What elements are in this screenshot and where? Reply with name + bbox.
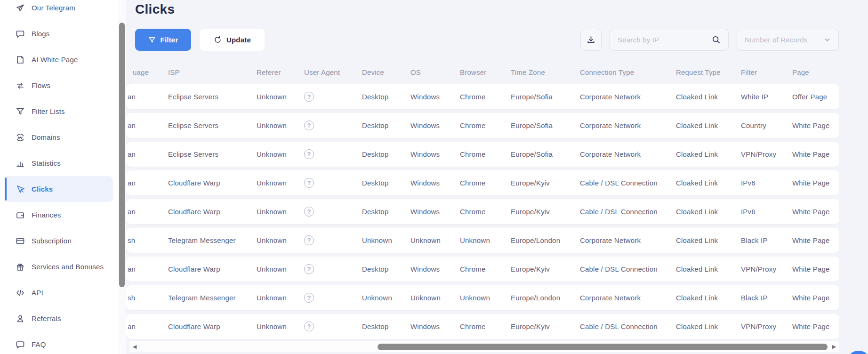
cell-browser: Chrome <box>460 150 511 158</box>
table-row[interactable]: anCloudflare WarpUnknown?DesktopWindowsC… <box>126 257 839 282</box>
table-row[interactable]: shTelegram MessengerUnknown?UnknownUnkno… <box>126 285 839 310</box>
sidebar-item-statistics[interactable]: Statistics <box>5 150 113 176</box>
user-agent-help-icon[interactable]: ? <box>304 293 314 303</box>
sidebar-item-domains[interactable]: Domains <box>5 124 113 150</box>
cell-connection-type: Corporate Network <box>580 294 676 302</box>
sidebar-item-flows[interactable]: Flows <box>5 72 113 98</box>
cell-device: Desktop <box>362 121 410 129</box>
cell-browser: Chrome <box>460 93 511 101</box>
table-row[interactable]: anEclipse ServersUnknown?DesktopWindowsC… <box>126 84 839 109</box>
search-icon[interactable] <box>712 35 721 44</box>
cell-time-zone: Europe/Sofia <box>511 121 580 129</box>
cell-filter: IPv6 <box>741 179 792 187</box>
sidebar-item-label: Blogs <box>32 30 50 38</box>
cell-request-type: Cloaked Link <box>676 265 741 273</box>
page-icon <box>16 55 25 64</box>
table-row[interactable]: anCloudflare WarpUnknown?DesktopWindowsC… <box>126 170 839 195</box>
sidebar-item-label: Statistics <box>32 159 61 167</box>
table-row[interactable]: anCloudflare WarpUnknown?DesktopWindowsC… <box>126 314 839 339</box>
cell-connection-type: Corporate Network <box>580 93 676 101</box>
cell-language: an <box>126 179 168 187</box>
page-title: Clicks <box>135 2 175 17</box>
cell-filter: Black IP <box>741 294 792 302</box>
sidebar-item-api[interactable]: API <box>5 280 113 306</box>
sidebar-item-faq[interactable]: FAQ <box>5 331 113 354</box>
sidebar-item-label: Our Telegram <box>32 4 75 12</box>
cell-time-zone: Europe/Kyiv <box>511 179 580 187</box>
cell-connection-type: Cable / DSL Connection <box>580 265 676 273</box>
sidebar-item-clicks[interactable]: Clicks <box>5 176 113 202</box>
column-header-referer: Referer <box>257 68 304 76</box>
column-header-time-zone: Time Zone <box>511 68 580 76</box>
user-agent-help-icon[interactable]: ? <box>304 322 314 331</box>
cell-user-agent: ? <box>304 322 362 331</box>
cell-language: an <box>126 150 168 158</box>
sidebar-item-our-telegram[interactable]: Our Telegram <box>5 0 113 21</box>
sidebar-item-label: Filter Lists <box>32 107 65 115</box>
cell-time-zone: Europe/Kyiv <box>511 322 580 330</box>
cell-browser: Chrome <box>460 179 511 187</box>
search-input[interactable]: Search by IP <box>610 29 729 51</box>
cell-connection-type: Cable / DSL Connection <box>580 179 676 187</box>
user-agent-help-icon[interactable]: ? <box>304 264 314 274</box>
sidebar-item-services-and-bonuses[interactable]: Services and Bonuses <box>5 254 113 280</box>
cell-os: Unknown <box>410 236 460 244</box>
update-button-label: Update <box>226 36 251 44</box>
user-agent-help-icon[interactable]: ? <box>304 121 314 130</box>
user-agent-help-icon[interactable]: ? <box>304 149 314 159</box>
cell-language: an <box>126 208 168 216</box>
cell-browser: Chrome <box>460 208 511 216</box>
table-row[interactable]: shTelegram MessengerUnknown?UnknownUnkno… <box>126 228 839 253</box>
column-header-language: uage <box>126 68 168 76</box>
column-header-os: OS <box>410 68 460 76</box>
sidebar-scrollbar[interactable] <box>118 0 126 354</box>
sidebar-item-referrals[interactable]: Referrals <box>5 306 113 331</box>
sidebar-item-label: Finances <box>32 211 61 219</box>
cell-device: Desktop <box>362 93 410 101</box>
table-row[interactable]: anCloudflare WarpUnknown?DesktopWindowsC… <box>126 199 839 224</box>
user-agent-help-icon[interactable]: ? <box>304 207 314 217</box>
cell-isp: Cloudflare Warp <box>168 208 257 216</box>
person-icon <box>16 314 25 323</box>
credit-card-icon <box>16 236 25 246</box>
horizontal-scrollbar-thumb[interactable] <box>378 344 828 350</box>
sidebar-item-blogs[interactable]: Blogs <box>5 21 113 47</box>
sidebar-item-finances[interactable]: Finances <box>5 202 113 228</box>
sidebar-item-label: Clicks <box>32 185 53 193</box>
update-button[interactable]: Update <box>200 29 265 51</box>
user-agent-help-icon[interactable]: ? <box>304 178 314 188</box>
table-row[interactable]: anEclipse ServersUnknown?DesktopWindowsC… <box>126 113 839 138</box>
cell-page: White Page <box>792 294 839 302</box>
globe-icon <box>16 133 25 142</box>
cell-time-zone: Europe/Sofia <box>511 93 580 101</box>
download-button[interactable] <box>580 29 602 51</box>
cell-referer: Unknown <box>257 294 304 302</box>
sidebar-item-ai-white-page[interactable]: AI White Page <box>5 47 113 72</box>
cell-isp: Eclipse Servers <box>168 121 257 129</box>
gift-icon <box>16 262 25 272</box>
scroll-right-arrow-icon[interactable]: ▶ <box>830 341 838 352</box>
column-header-connection-type: Connection Type <box>580 68 676 76</box>
cursor-icon <box>16 185 25 194</box>
cell-referer: Unknown <box>257 265 304 273</box>
sidebar-item-filter-lists[interactable]: Filter Lists <box>5 98 113 124</box>
user-agent-help-icon[interactable]: ? <box>304 92 314 102</box>
cell-device: Desktop <box>362 322 410 330</box>
chevron-down-icon <box>824 36 831 43</box>
scroll-left-arrow-icon[interactable]: ◀ <box>130 341 139 352</box>
table-row[interactable]: anEclipse ServersUnknown?DesktopWindowsC… <box>126 142 839 167</box>
cell-device: Unknown <box>362 236 410 244</box>
table-header-row: uageISPRefererUser AgentDeviceOSBrowserT… <box>126 65 839 79</box>
filter-button[interactable]: Filter <box>135 29 191 51</box>
column-header-isp: ISP <box>168 68 257 76</box>
cell-os: Windows <box>410 265 460 273</box>
user-agent-help-icon[interactable]: ? <box>304 235 314 245</box>
sidebar-item-label: Domains <box>32 133 60 141</box>
sidebar-item-subscription[interactable]: Subscription <box>5 228 113 254</box>
cell-os: Windows <box>410 179 460 187</box>
number-of-records-select[interactable]: Number of Records <box>737 29 839 51</box>
cell-user-agent: ? <box>304 178 362 188</box>
cell-request-type: Cloaked Link <box>676 179 741 187</box>
sidebar-scrollbar-thumb[interactable] <box>119 23 125 287</box>
table-horizontal-scrollbar[interactable]: ◀ ▶ <box>129 341 839 352</box>
